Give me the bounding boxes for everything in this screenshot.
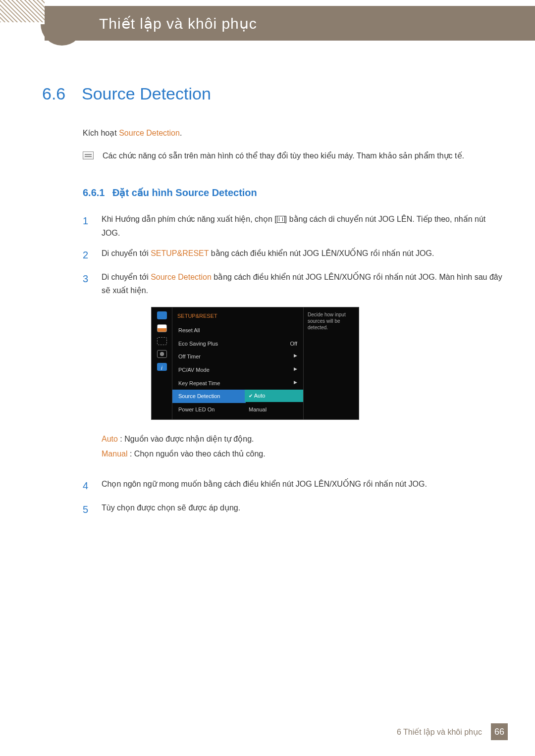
section-title: Source Detection: [82, 84, 211, 103]
osd-item-offtimer: Off Timer▶: [172, 350, 303, 363]
def-manual: Manual : Chọn nguồn vào theo cách thủ cô…: [102, 447, 505, 461]
osd-menu: SETUP&RESET Reset All Eco Saving PlusOff…: [172, 307, 303, 419]
osd-popup: Auto: [245, 390, 303, 403]
note-text: Các chức năng có sẵn trên màn hình có th…: [103, 150, 464, 162]
note-icon: [83, 151, 94, 159]
option-definitions: Auto : Nguồn vào được nhận diện tự động.…: [102, 432, 505, 462]
osd-option-auto: Auto: [245, 390, 303, 402]
brightness-icon: [157, 337, 167, 345]
intro-text: Kích hoạt Source Detection.: [83, 127, 505, 140]
osd-help-text: Decide how input sources will be detecte…: [303, 307, 359, 419]
subsection-title: Đặt cấu hình Source Detection: [112, 187, 257, 198]
chevron-right-icon: ▶: [294, 365, 297, 375]
step-4: 4 Chọn ngôn ngữ mong muốn bằng cách điều…: [83, 477, 505, 494]
step-2: 2 Di chuyển tới SETUP&RESET bằng cách đi…: [83, 247, 505, 263]
step-3: 3 Di chuyển tới Source Detection bằng cá…: [83, 270, 505, 471]
step-number: 4: [83, 477, 91, 494]
menu-icon: [277, 216, 285, 223]
osd-screenshot: i SETUP&RESET Reset All Eco Saving PlusO…: [151, 307, 505, 420]
info-icon: i: [157, 363, 167, 371]
chapter-title: Thiết lập và khôi phục: [99, 15, 257, 32]
section-number: 6.6: [42, 84, 82, 103]
osd-item-sourcedetect-row: Source Detection Auto: [172, 390, 303, 403]
step3-highlight: Source Detection: [151, 273, 212, 281]
step-1: 1 Khi Hướng dẫn phím chức năng xuất hiện…: [83, 212, 505, 239]
def-auto: Auto : Nguồn vào được nhận diện tự động.: [102, 432, 505, 447]
step-list: 1 Khi Hướng dẫn phím chức năng xuất hiện…: [83, 212, 505, 518]
step2-highlight: SETUP&RESET: [151, 249, 209, 257]
osd-item-sourcedetect: Source Detection: [172, 390, 246, 403]
subsection-number: 6.6.1: [83, 187, 112, 199]
step-number: 3: [83, 270, 91, 471]
page-footer: 6 Thiết lập và khôi phục 66: [0, 723, 535, 740]
step-5: 5 Tùy chọn được chọn sẽ được áp dụng.: [83, 501, 505, 518]
chevron-right-icon: ▶: [294, 379, 297, 388]
step-number: 5: [83, 501, 91, 518]
osd-title: SETUP&RESET: [172, 310, 303, 324]
step-number: 1: [83, 212, 91, 239]
subsection-heading: 6.6.1Đặt cấu hình Source Detection: [83, 187, 505, 199]
osd-option-manual: Manual: [245, 403, 303, 416]
page-number: 66: [491, 723, 508, 740]
osd-item-keyrepeat: Key Repeat Time▶: [172, 377, 303, 390]
intro-highlight: Source Detection: [119, 129, 180, 137]
section-heading: 6.6Source Detection: [42, 84, 505, 103]
chevron-right-icon: ▶: [294, 352, 297, 361]
footer-text: 6 Thiết lập và khôi phục: [397, 727, 482, 737]
picture-icon: [157, 324, 167, 332]
osd-item-pcav: PC/AV Mode▶: [172, 363, 303, 377]
header-stripe-decoration: [0, 0, 45, 22]
osd-sidebar: i: [152, 307, 172, 419]
step-number: 2: [83, 247, 91, 263]
osd-item-eco: Eco Saving PlusOff: [172, 337, 303, 351]
page-content: 6.6Source Detection Kích hoạt Source Det…: [42, 84, 505, 525]
osd-item-reset: Reset All: [172, 324, 303, 337]
chapter-header: Thiết lập và khôi phục: [45, 6, 535, 41]
monitor-icon: [157, 311, 167, 319]
osd-item-powerled: Power LED On: [172, 403, 246, 416]
note-row: Các chức năng có sẵn trên màn hình có th…: [83, 150, 505, 162]
osd-panel: i SETUP&RESET Reset All Eco Saving PlusO…: [151, 307, 359, 420]
gear-icon: [157, 350, 167, 358]
